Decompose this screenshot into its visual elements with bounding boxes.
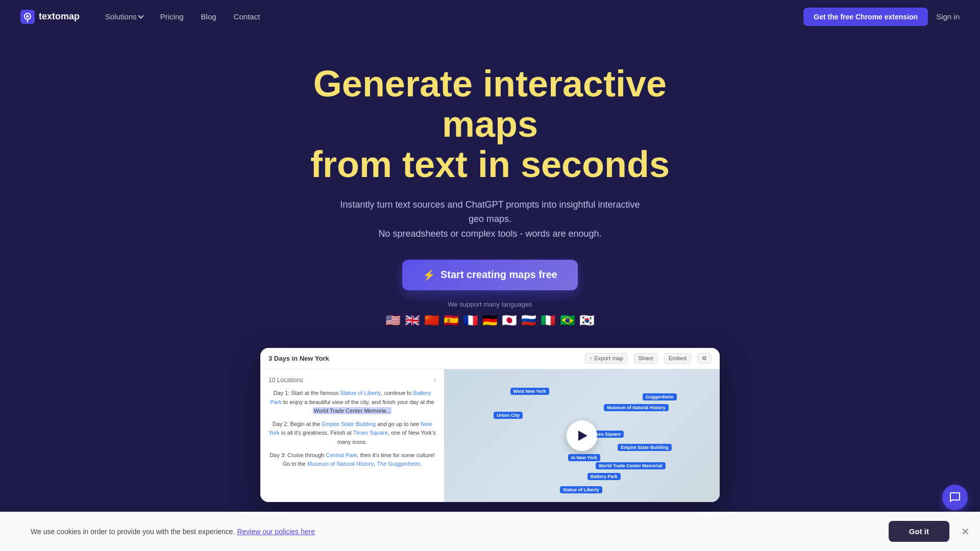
video-header: 3 Days in New York ↑ Export map Share Em…	[260, 348, 720, 369]
map-marker: Battery Park	[587, 473, 621, 480]
embed-button[interactable]: Embed	[664, 353, 691, 364]
hero-title: Generate interactive maps from text in s…	[260, 64, 720, 185]
map-marker: Museum of Natural History	[604, 404, 669, 411]
flag-icon: 🇨🇳	[424, 313, 439, 328]
logo-text: textomap	[39, 11, 80, 22]
cookie-banner: We use cookies in order to provide you w…	[0, 512, 980, 551]
play-button[interactable]	[567, 420, 597, 451]
close-cookie-icon[interactable]: ✕	[961, 525, 970, 538]
map-marker: Guggenheim	[643, 393, 677, 400]
contact-link[interactable]: Contact	[227, 8, 267, 25]
share-button[interactable]: Share	[634, 353, 658, 364]
map-marker: In New York	[568, 454, 600, 461]
blog-link[interactable]: Blog	[194, 8, 224, 25]
policy-link[interactable]: Review our policies here	[237, 528, 315, 536]
languages-label: We support many languages	[448, 300, 532, 308]
svg-point-2	[27, 15, 29, 17]
video-title: 3 Days in New York	[268, 355, 329, 362]
flag-icon: 🇧🇷	[560, 313, 575, 328]
flag-icon: 🇬🇧	[405, 313, 420, 328]
map-marker: Empire State Building	[618, 444, 672, 451]
settings-icon-button[interactable]: ⚙	[697, 353, 712, 364]
chrome-extension-button[interactable]: Get the free Chrome extension	[803, 8, 928, 26]
hero-subtitle: Instantly turn text sources and ChatGPT …	[337, 197, 643, 241]
locations-header: 10 Locations ‹	[268, 377, 436, 384]
flag-icon: 🇰🇷	[579, 313, 595, 328]
video-preview: 3 Days in New York ↑ Export map Share Em…	[260, 348, 720, 502]
text-panel: 10 Locations ‹ Day 1: Start at the famou…	[260, 369, 444, 502]
flag-icon: 🇷🇺	[521, 313, 536, 328]
chat-bubble-button[interactable]	[942, 485, 968, 510]
video-actions: ↑ Export map Share Embed ⚙	[585, 353, 712, 364]
cta-icon: ⚡	[423, 269, 435, 281]
pricing-link[interactable]: Pricing	[153, 8, 191, 25]
logo[interactable]: textomap	[20, 10, 80, 24]
map-marker: Union City	[494, 412, 523, 419]
got-it-button[interactable]: Got it	[889, 521, 949, 542]
nav-links: Solutions Pricing Blog Contact	[98, 8, 267, 25]
navbar: textomap Solutions Pricing Blog Contact …	[0, 0, 980, 33]
video-body: 10 Locations ‹ Day 1: Start at the famou…	[260, 369, 720, 502]
chevron-down-icon	[138, 13, 143, 18]
flag-icon: 🇺🇸	[385, 313, 401, 328]
cookie-text: We use cookies in order to provide you w…	[31, 528, 315, 536]
export-map-button[interactable]: ↑ Export map	[585, 353, 628, 364]
map-marker: World Trade Center Memorial	[596, 462, 666, 469]
play-icon	[578, 431, 587, 441]
flag-icon: 🇩🇪	[482, 313, 498, 328]
solutions-link[interactable]: Solutions	[98, 8, 150, 25]
cta-button[interactable]: ⚡ Start creating maps free	[402, 260, 578, 290]
map-panel: GuggenheimMuseum of Natural HistoryTimes…	[444, 369, 720, 502]
nav-right: Get the free Chrome extension Sign in	[803, 8, 960, 26]
map-marker: Statue of Liberty	[560, 486, 602, 493]
flags-row: 🇺🇸🇬🇧🇨🇳🇪🇸🇫🇷🇩🇪🇯🇵🇷🇺🇮🇹🇧🇷🇰🇷	[385, 313, 595, 328]
map-marker: West New York	[510, 388, 549, 395]
text-content: Day 1: Start at the famous Statue of Lib…	[268, 389, 436, 469]
flag-icon: 🇮🇹	[541, 313, 556, 328]
hero-section: Generate interactive maps from text in s…	[0, 33, 980, 517]
flag-icon: 🇫🇷	[463, 313, 478, 328]
flag-icon: 🇯🇵	[502, 313, 517, 328]
flag-icon: 🇪🇸	[444, 313, 459, 328]
sign-in-link[interactable]: Sign in	[936, 12, 960, 21]
